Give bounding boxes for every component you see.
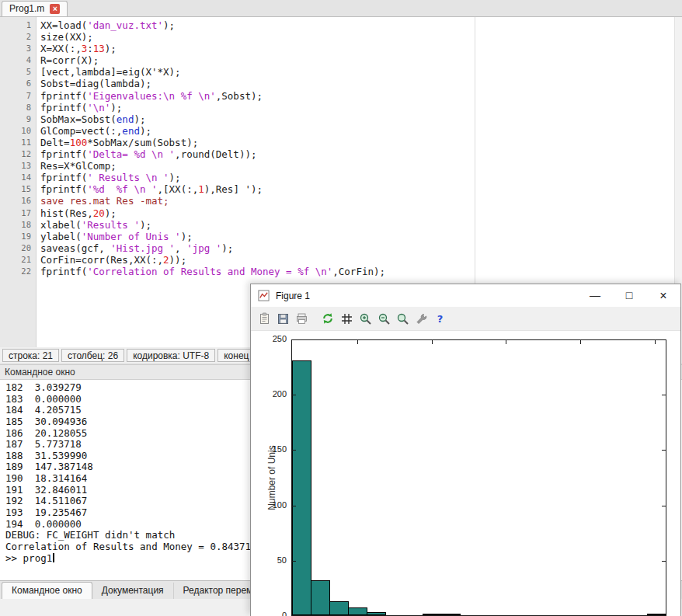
line-number[interactable]: 16 — [0, 195, 39, 207]
line-number[interactable]: 21 — [0, 254, 39, 266]
grid-icon[interactable] — [338, 310, 355, 327]
y-tick-label: 200 — [259, 389, 287, 398]
code-text: GlComp=vect(:,end); — [39, 125, 151, 137]
code-line[interactable]: 6Sobst=diag(lambda); — [0, 78, 682, 89]
y-tick-mark — [662, 506, 666, 506]
code-text: fprintf('Correlation of Results and Mone… — [39, 266, 385, 277]
maximize-icon[interactable]: □ — [612, 284, 646, 307]
close-icon[interactable]: × — [646, 284, 680, 307]
line-number[interactable]: 12 — [0, 148, 39, 160]
editor-tab-bar: Prog1.m × — [0, 0, 682, 17]
code-line[interactable]: 1XX=load('dan_vuz.txt'); — [0, 19, 682, 31]
histogram-bar — [348, 607, 367, 615]
line-number[interactable]: 7 — [0, 90, 39, 102]
editor-tab-prog1[interactable]: Prog1.m × — [2, 1, 68, 16]
code-text: X=XX(:,3:13); — [39, 43, 117, 54]
code-text: Sobst=diag(lambda); — [39, 78, 151, 89]
minimize-icon[interactable]: — — [578, 284, 612, 307]
x-tick-mark — [432, 340, 433, 344]
line-number[interactable]: 19 — [0, 231, 39, 242]
zoom-out-icon[interactable] — [375, 310, 392, 327]
line-number[interactable]: 8 — [0, 102, 39, 113]
line-number[interactable]: 13 — [0, 160, 39, 172]
histogram-chart: Number of Unis050100150200250 — [251, 331, 680, 616]
text-cursor — [53, 553, 54, 562]
line-number[interactable]: 5 — [0, 66, 39, 78]
tab-close-icon[interactable]: × — [50, 4, 60, 14]
code-text: R=corr(X); — [39, 54, 99, 66]
line-number[interactable]: 10 — [0, 125, 39, 137]
line-number[interactable]: 9 — [0, 113, 39, 125]
code-text: fprintf('\n'); — [39, 102, 122, 113]
prompt-text: >> prog1 — [5, 552, 52, 564]
line-number[interactable]: 18 — [0, 219, 39, 231]
line-number[interactable]: 6 — [0, 78, 39, 89]
code-line[interactable]: 19ylabel('Number of Unis '); — [0, 231, 682, 242]
code-line[interactable]: 7fprintf('Eigenvalues:\n %f \n',Sobst); — [0, 90, 682, 102]
y-tick-mark — [292, 339, 296, 340]
histogram-bar — [367, 612, 386, 615]
figure-window[interactable]: Figure 1 —□× ? Number of Unis05010015020… — [250, 284, 681, 616]
clipboard-icon[interactable] — [256, 310, 273, 327]
code-line[interactable]: 5[vect,lambda]=eig(X'*X); — [0, 66, 682, 78]
code-line[interactable]: 18xlabel('Results '); — [0, 219, 682, 231]
tools-icon[interactable] — [412, 310, 430, 327]
status-encoding: кодировка: UTF-8 — [127, 349, 215, 362]
line-number[interactable]: 14 — [0, 172, 39, 183]
x-tick-mark — [580, 340, 581, 344]
line-number[interactable]: 3 — [0, 43, 39, 54]
command-window-title: Командное окно — [5, 367, 75, 378]
save-icon[interactable] — [274, 310, 291, 327]
code-line[interactable]: 22fprintf('Correlation of Results and Mo… — [0, 266, 682, 277]
code-line[interactable]: 11Delt=100*SobMax/sum(Sobst); — [0, 137, 682, 148]
code-line[interactable]: 2size(XX); — [0, 31, 682, 43]
code-line[interactable]: 15fprintf('%d %f \n ',[XX(:,1),Res] '); — [0, 183, 682, 195]
code-line[interactable]: 20saveas(gcf, 'Hist.jpg ', 'jpg '); — [0, 242, 682, 254]
y-tick-mark — [292, 561, 296, 562]
plot-area — [291, 339, 666, 616]
code-text: fprintf('%d %f \n ',[XX(:,1),Res] '); — [39, 183, 263, 195]
code-line[interactable]: 10GlComp=vect(:,end); — [0, 125, 682, 137]
code-line[interactable]: 12fprintf('Delta= %d \n ',round(Delt)); — [0, 148, 682, 160]
line-number[interactable]: 4 — [0, 54, 39, 66]
histogram-bar — [329, 601, 349, 615]
code-line[interactable]: 17hist(Res,20); — [0, 207, 682, 219]
code-line[interactable]: 3X=XX(:,3:13); — [0, 43, 682, 54]
line-number[interactable]: 15 — [0, 183, 39, 195]
code-line[interactable]: 14fprintf(' Results \n '); — [0, 172, 682, 183]
histogram-bar — [292, 360, 311, 616]
code-text: hist(Res,20); — [39, 207, 117, 219]
code-text: save res.mat Res -mat; — [39, 195, 169, 207]
code-text: Delt=100*SobMax/sum(Sobst); — [39, 137, 198, 148]
y-tick-mark — [662, 395, 666, 395]
y-tick-label: 50 — [259, 555, 287, 565]
figure-title: Figure 1 — [276, 291, 310, 301]
tab-documentation[interactable]: Документация — [92, 583, 174, 599]
refresh-icon[interactable] — [319, 310, 336, 327]
code-text: size(XX); — [39, 31, 93, 43]
line-number[interactable]: 17 — [0, 207, 39, 219]
code-line[interactable]: 4R=corr(X); — [0, 54, 682, 66]
zoom-reset-icon[interactable] — [394, 310, 411, 327]
line-number[interactable]: 22 — [0, 266, 39, 277]
line-number[interactable]: 1 — [0, 19, 39, 31]
line-number[interactable]: 2 — [0, 31, 39, 43]
zoom-in-icon[interactable] — [357, 310, 374, 327]
histogram-bar — [311, 580, 330, 615]
code-line[interactable]: 8fprintf('\n'); — [0, 102, 682, 113]
code-text: [vect,lambda]=eig(X'*X); — [39, 66, 181, 78]
y-tick-mark — [662, 450, 666, 451]
code-line[interactable]: 21CorFin=corr(Res,XX(:,2)); — [0, 254, 682, 266]
editor-tab-title: Prog1.m — [9, 3, 44, 14]
tab-command-window[interactable]: Командное окно — [2, 582, 92, 599]
code-text: fprintf('Eigenvalues:\n %f \n',Sobst); — [39, 90, 263, 102]
line-number[interactable]: 11 — [0, 137, 39, 148]
code-line[interactable]: 16save res.mat Res -mat; — [0, 195, 682, 207]
figure-titlebar[interactable]: Figure 1 —□× — [251, 284, 680, 307]
line-number[interactable]: 20 — [0, 242, 39, 254]
code-text: CorFin=corr(Res,XX(:,2)); — [39, 254, 186, 266]
code-line[interactable]: 9SobMax=Sobst(end); — [0, 113, 682, 125]
code-line[interactable]: 13Res=X*GlComp; — [0, 160, 682, 172]
help-icon[interactable]: ? — [431, 310, 448, 327]
print-icon[interactable] — [293, 310, 310, 327]
